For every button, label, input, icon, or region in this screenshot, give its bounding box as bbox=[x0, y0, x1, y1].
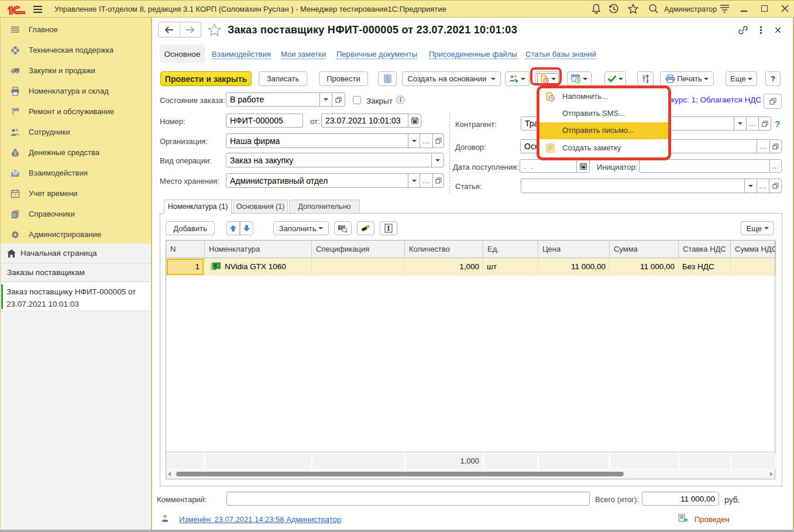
svg-text:$: $ bbox=[14, 150, 17, 156]
svg-text:7: 7 bbox=[14, 193, 17, 198]
